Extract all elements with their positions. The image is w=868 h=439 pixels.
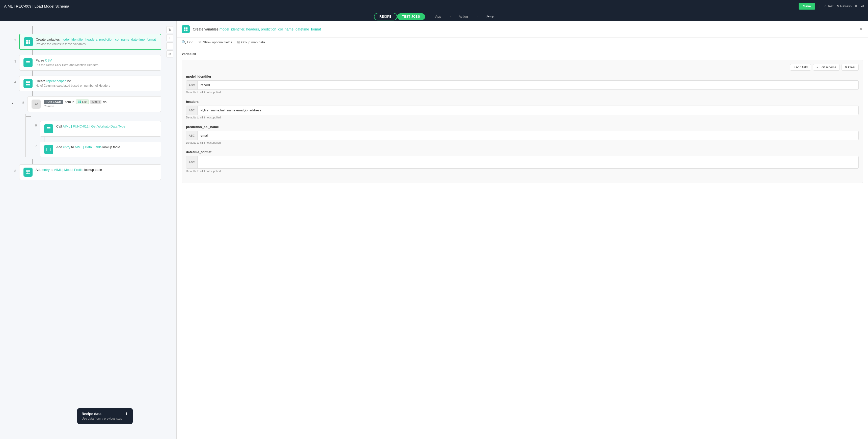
section-label: Variables [182, 52, 863, 56]
canvas-controls: ↻ + − ⊕ [166, 26, 173, 58]
detail-close-button[interactable]: ✕ [859, 27, 863, 32]
svg-rect-5 [26, 63, 30, 63]
var-block-headers: headers ABC Defaults to nil if not suppl… [186, 100, 859, 119]
detail-panel: Create variables model_identifier, heade… [177, 21, 868, 439]
step-number-6: 6 [31, 124, 37, 127]
sub-tabs: App → Action → Setup [435, 13, 494, 20]
grid-icon: ⊞ [237, 40, 240, 44]
subtab-setup[interactable]: Setup [486, 13, 494, 20]
var-input-row-prediction-col-name: ABC [186, 131, 859, 140]
step-row-7: 7 Add entry to AIML | Data Fields lookup… [31, 142, 161, 157]
step-subtitle-3: Put the Demo CSV Here and Mention Header… [36, 63, 157, 67]
svg-rect-13 [79, 102, 80, 103]
step-card-6[interactable]: Call AIML | FUNC-012 | Get Workato Data … [40, 121, 161, 137]
foreach-do-text: do [103, 100, 106, 104]
test-link[interactable]: ○ Test [824, 4, 833, 8]
var-hint-headers: Defaults to nil if not supplied. [186, 116, 859, 119]
recipe-canvas: ↻ + − ⊕ 2 Create variables model_identif… [0, 21, 177, 439]
step-number-5: 5 [18, 101, 24, 105]
variables-container: + Add field ✓ Edit schema ✕ Clear model_… [182, 60, 863, 183]
step-card-8[interactable]: Add entry to AIML | Model Profile lookup… [19, 164, 161, 180]
canvas-zoom-in-btn[interactable]: + [166, 34, 173, 41]
step-subtitle-5: Column [44, 105, 157, 108]
recipe-data-subtitle: Use data from a previous step [82, 417, 128, 420]
step-card-3[interactable]: Parse CSV Put the Demo CSV Here and Ment… [19, 55, 161, 71]
show-optional-link[interactable]: 👁 Show optional fields [198, 40, 232, 44]
find-link[interactable]: 🔍 Find [182, 40, 193, 44]
save-button[interactable]: Save [799, 3, 815, 9]
step-number-3: 3 [10, 60, 16, 63]
tab-recipe[interactable]: RECIPE [374, 13, 397, 21]
variables-section: Variables + Add field ✓ Edit schema ✕ Cl… [177, 47, 868, 439]
var-hint-prediction-col-name: Defaults to nil if not supplied. [186, 141, 859, 144]
step-icon-7 [44, 145, 53, 154]
subtab-app[interactable]: App [435, 13, 441, 20]
step-icon-2 [24, 37, 33, 46]
var-input-prediction-col-name[interactable] [197, 131, 859, 140]
svg-rect-4 [26, 61, 30, 62]
step-card-7[interactable]: Add entry to AIML | Data Fields lookup t… [40, 142, 161, 157]
var-label-datetime-format: datetime_format [186, 150, 859, 154]
svg-rect-27 [186, 30, 187, 31]
var-input-datetime-format[interactable] [197, 156, 859, 168]
step-icon-5: ↩ [32, 100, 41, 109]
refresh-link[interactable]: ↻ Refresh [836, 4, 852, 8]
recipe-data-sort-icon[interactable]: ⬆ [125, 412, 128, 416]
step-icon-3 [24, 58, 33, 67]
add-field-button[interactable]: + Add field [790, 64, 811, 71]
nested-container: 6 Call AIML | FUNC-012 | Get Workato Dat… [25, 114, 161, 157]
recipe-data-popup: Recipe data ⬆ Use data from a previous s… [77, 408, 133, 424]
svg-rect-1 [29, 40, 30, 42]
detail-title-links: model_identifier, headers, prediction_co… [219, 27, 321, 31]
step-card-5[interactable]: ↩ FOR EACH item in List Step 4 do [27, 96, 161, 112]
detail-header: Create variables model_identifier, heade… [177, 21, 868, 38]
edit-schema-button[interactable]: ✓ Edit schema [813, 64, 839, 71]
svg-rect-0 [26, 40, 28, 42]
svg-rect-10 [28, 84, 30, 86]
section-toolbar: + Add field ✓ Edit schema ✕ Clear [186, 64, 859, 71]
svg-rect-14 [80, 102, 81, 103]
svg-rect-7 [26, 81, 28, 83]
clear-button[interactable]: ✕ Clear [841, 64, 859, 71]
detail-title: Create variables model_identifier, heade… [193, 27, 321, 31]
var-block-model-identifier: model_identifier ABC Defaults to nil if … [186, 75, 859, 94]
step-5-toggle[interactable]: ▾ [10, 101, 15, 106]
step-icon-6 [44, 124, 53, 133]
main-tabs: RECIPE TEST JOBS [374, 13, 425, 21]
var-block-prediction-col-name: prediction_col_name ABC Defaults to nil … [186, 125, 859, 144]
step-link-2: model_identifier, headers, prediction_co… [61, 38, 156, 41]
find-icon: 🔍 [182, 40, 186, 44]
step-number-7: 7 [31, 144, 37, 148]
test-icon: ○ [824, 4, 826, 8]
svg-rect-8 [28, 81, 30, 83]
step-card-4[interactable]: Create repeat helper list No of Columns … [19, 76, 161, 91]
var-input-row-headers: ABC [186, 106, 859, 115]
foreach-row: FOR EACH item in List Step 4 do [44, 100, 157, 104]
right-panel: Create variables model_identifier, heade… [177, 21, 868, 439]
var-input-headers[interactable] [197, 106, 859, 115]
step-title-6: Call AIML | FUNC-012 | Get Workato Data … [56, 124, 157, 129]
exit-link[interactable]: ✕ Exit [855, 4, 864, 8]
detail-header-left: Create variables model_identifier, heade… [182, 25, 321, 33]
step-content-3: Parse CSV Put the Demo CSV Here and Ment… [36, 58, 157, 67]
main-layout: ↻ + − ⊕ 2 Create variables model_identif… [0, 21, 868, 439]
canvas-zoom-out-btn[interactable]: − [166, 42, 173, 49]
subtab-action[interactable]: Action [459, 13, 468, 20]
svg-rect-9 [26, 84, 28, 86]
step-link-7b: AIML | Data Fields [75, 145, 101, 149]
svg-rect-2 [26, 42, 28, 44]
arrow-icon-2: → [475, 14, 478, 19]
canvas-refresh-btn[interactable]: ↻ [166, 26, 173, 33]
step-card-2[interactable]: Create variables model_identifier, heade… [19, 34, 161, 50]
svg-rect-17 [47, 130, 50, 130]
group-map-link[interactable]: ⊞ Group map data [237, 40, 265, 44]
svg-rect-11 [79, 101, 80, 102]
canvas-fit-btn[interactable]: ⊕ [166, 50, 173, 58]
detail-icon [182, 25, 190, 33]
svg-rect-26 [184, 30, 185, 31]
step-link-4: repeat helper [46, 79, 66, 83]
var-hint-model-identifier: Defaults to nil if not supplied. [186, 91, 859, 94]
step-icon-4 [24, 79, 33, 88]
var-input-model-identifier[interactable] [197, 81, 859, 90]
tab-test-jobs[interactable]: TEST JOBS [397, 13, 425, 20]
